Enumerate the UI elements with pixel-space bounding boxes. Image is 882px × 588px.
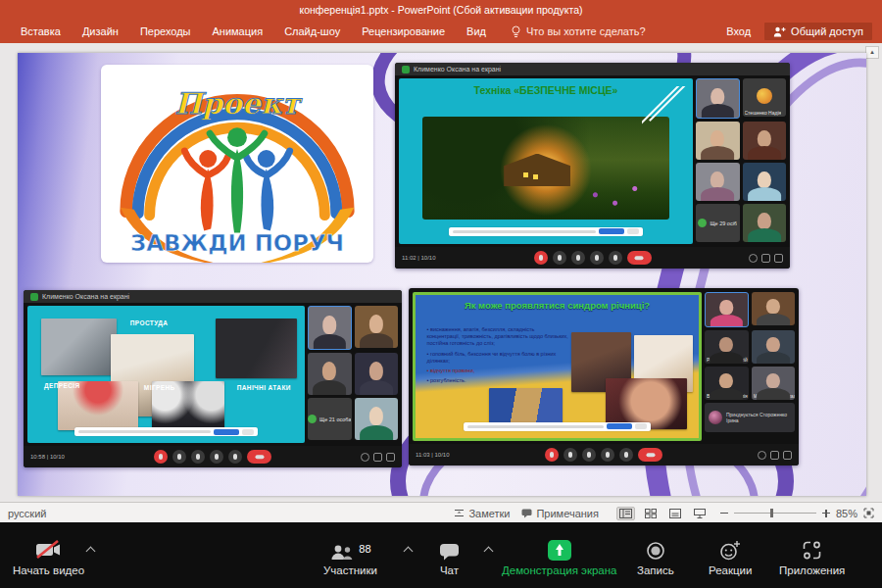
participant-grid: Романенко Сергій Вечорова Наталія Михайл… <box>705 292 795 441</box>
raise-hand-button <box>571 251 585 265</box>
info-icon <box>749 254 758 263</box>
zoom-slider-thumb[interactable] <box>770 509 773 517</box>
zoom-in-button[interactable] <box>822 510 830 517</box>
zoom-slider[interactable] <box>734 513 816 514</box>
camera-button <box>553 251 566 265</box>
meeting-time: 10:58 | 10/10 <box>30 454 65 460</box>
zoom-percent[interactable]: 85% <box>836 508 858 519</box>
view-sorter-button[interactable] <box>642 507 660 520</box>
reactions-button-mini <box>601 448 614 462</box>
comments-toggle[interactable]: Примечания <box>521 508 599 519</box>
view-slideshow-button[interactable] <box>691 507 709 520</box>
tab-view[interactable]: Вид <box>456 20 497 43</box>
sign-in-button[interactable]: Вход <box>726 25 751 37</box>
status-bar: русский Заметки Примечания <box>0 502 882 523</box>
collapse-ribbon-button[interactable]: ▴ <box>865 46 879 59</box>
tab-review[interactable]: Рецензирование <box>351 20 456 43</box>
participant-grid: Стешенко Надія Ще 29 осіб <box>696 78 786 244</box>
shared-slide: ПРОСТУДА ДЕПРЕСІЯ ПАНІЧНІ АТАКИ МІГРЕНЬ <box>27 306 305 443</box>
participant-tile <box>696 163 740 201</box>
participant-tile <box>743 163 787 201</box>
chat-chevron[interactable] <box>484 546 494 554</box>
share-button-mini <box>590 251 604 265</box>
participants-chevron[interactable] <box>404 546 414 554</box>
participant-tile <box>696 78 740 119</box>
editor-workspace: ▴ <box>0 43 882 502</box>
avatar <box>709 411 722 424</box>
zoom-header: Клименко Оксана на екрані <box>24 290 402 303</box>
record-button[interactable]: Запись <box>637 537 674 576</box>
screen-share-icon <box>402 66 410 74</box>
participant-tile: Михайленко Наталія <box>752 367 796 400</box>
view-reading-button[interactable] <box>666 507 684 520</box>
share-screen-button[interactable]: Демонстрация экрана <box>502 537 617 576</box>
participant-tile <box>743 204 787 242</box>
raise-hand-button <box>191 450 205 464</box>
shared-slide-title: Як може проявлятися синдром річниці? <box>416 300 699 311</box>
label-prostuda: ПРОСТУДА <box>130 319 169 326</box>
sharing-banner-text: Клименко Оксана на екрані <box>42 293 129 300</box>
zoom-controls-bar: 11:03 | 10/10 <box>409 444 799 466</box>
forest-house-image <box>422 117 669 220</box>
start-video-button[interactable]: Начать видео <box>13 537 84 576</box>
participant-tile <box>308 306 352 350</box>
participant-tile <box>308 353 352 395</box>
notes-toggle[interactable]: Заметки <box>454 508 510 519</box>
apps-icon <box>802 540 822 561</box>
lightbulb-icon <box>511 25 521 38</box>
logo-graphic: Проект ЗАВЖДИ ПОРУЧ <box>101 65 373 263</box>
tab-insert[interactable]: Вставка <box>10 20 72 43</box>
zoom-screenshot-right: Як може проявлятися синдром річниці? вис… <box>409 288 799 466</box>
project-logo-image: Проект ЗАВЖДИ ПОРУЧ <box>101 65 373 263</box>
participants-icon <box>373 453 382 462</box>
chat-icon <box>774 254 783 263</box>
chat-icon <box>439 543 460 561</box>
window-titlebar: конференція1.pptx - PowerPoint (Сбой акт… <box>0 0 882 20</box>
window-title: конференція1.pptx - PowerPoint (Сбой акт… <box>299 4 582 16</box>
tab-animations[interactable]: Анимация <box>201 20 273 43</box>
participant-tile: Стешенко Надія <box>743 78 787 117</box>
camera-button <box>172 450 186 464</box>
notification-bar <box>449 227 643 236</box>
comment-icon <box>521 509 532 518</box>
zoom-meeting-toolbar: Начать видео 88 Участники Чат Демонстрац… <box>0 522 882 588</box>
participant-tile: Романенко Сергій <box>705 330 749 364</box>
fit-slide-button[interactable] <box>863 508 874 518</box>
reactions-button[interactable]: Реакции <box>709 537 752 576</box>
tab-transitions[interactable]: Переходы <box>129 20 202 43</box>
sharing-banner-text: Клименко Оксана на екрані <box>414 66 501 73</box>
participants-icon <box>761 254 770 263</box>
camera-button <box>564 448 577 462</box>
zoom-screenshot-left: Клименко Оксана на екрані ПРОСТУДА ДЕПРЕ… <box>24 290 402 467</box>
language-indicator[interactable]: русский <box>8 508 46 519</box>
tell-me-box[interactable]: Что вы хотите сделать? <box>511 25 646 38</box>
share-button-mini <box>210 450 223 464</box>
mic-muted-button <box>534 251 548 265</box>
participants-count: 88 <box>359 543 370 555</box>
participant-tile <box>752 330 796 364</box>
notification-bar <box>464 422 651 431</box>
share-button[interactable]: Общий доступ <box>764 23 872 40</box>
slide-canvas[interactable]: Проект ЗАВЖДИ ПОРУЧ Клименко Оксана на е… <box>18 53 866 496</box>
tell-me-label: Что вы хотите сделать? <box>526 25 646 37</box>
tab-design[interactable]: Дизайн <box>72 20 129 43</box>
apps-button[interactable]: Приложения <box>779 537 845 576</box>
photo-panic-attack <box>216 318 296 379</box>
video-off-icon <box>34 539 64 561</box>
raise-hand-button <box>582 448 596 462</box>
photo-depression <box>41 318 116 376</box>
participant-tile <box>705 292 749 327</box>
end-call-button <box>247 450 271 464</box>
video-options-chevron[interactable] <box>86 546 96 554</box>
participants-button[interactable]: 88 Участники <box>323 537 377 576</box>
chat-button[interactable]: Чат <box>439 537 460 576</box>
participant-grid: Ще 21 особа <box>308 306 398 443</box>
participants-icon <box>329 544 356 561</box>
tab-slideshow[interactable]: Слайд-шоу <box>273 20 351 43</box>
participant-tile <box>743 122 787 160</box>
zoom-screenshot-top: Клименко Оксана на екрані Техніка «БЕЗПЕ… <box>395 63 790 269</box>
participant-tile <box>696 122 740 160</box>
zoom-out-button[interactable] <box>720 513 728 514</box>
view-normal-button[interactable] <box>616 507 635 520</box>
meeting-time: 11:03 | 10/10 <box>416 452 449 458</box>
